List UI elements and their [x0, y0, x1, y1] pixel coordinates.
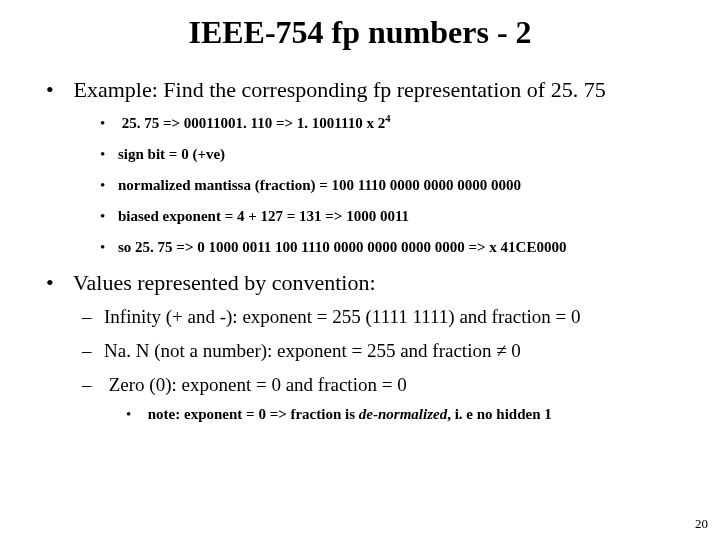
sub-biased-exp-text: biased exponent = 4 + 127 = 131 => 1000 … [118, 208, 409, 224]
dash-zero-text: Zero (0): exponent = 0 and fraction = 0 [109, 374, 407, 395]
bullet-list-lvl3-note: note: exponent = 0 => fraction is de-nor… [82, 406, 680, 423]
dash-nan: Na. N (not a number): exponent = 255 and… [82, 340, 680, 362]
bullet-example-text: Example: Find the corresponding fp repre… [74, 77, 606, 102]
slide-title: IEEE-754 fp numbers - 2 [40, 14, 680, 51]
bullet-example: Example: Find the corresponding fp repre… [46, 77, 680, 256]
note-denorm-a: note: exponent = 0 => fraction is [148, 406, 359, 422]
dash-infinity: Infinity (+ and -): exponent = 255 (1111… [82, 306, 680, 328]
dash-zero: Zero (0): exponent = 0 and fraction = 0 … [82, 374, 680, 423]
slide: IEEE-754 fp numbers - 2 Example: Find th… [0, 0, 720, 540]
note-denorm-c: , i. e no hidden 1 [447, 406, 552, 422]
bullet-list-lvl2-example: 25. 75 => 00011001. 110 => 1. 1001110 x … [46, 113, 680, 256]
sub-conversion: 25. 75 => 00011001. 110 => 1. 1001110 x … [100, 113, 680, 132]
sub-mantissa: normalized mantissa (fraction) = 100 111… [100, 177, 680, 194]
sub-signbit: sign bit = 0 (+ve) [100, 146, 680, 163]
sub-biased-exp: biased exponent = 4 + 127 = 131 => 1000 … [100, 208, 680, 225]
note-denorm-b: de-normalized [359, 406, 447, 422]
dash-infinity-text: Infinity (+ and -): exponent = 255 (1111… [104, 306, 580, 327]
sub-result: so 25. 75 => 0 1000 0011 100 1110 0000 0… [100, 239, 680, 256]
bullet-convention: Values represented by convention: Infini… [46, 270, 680, 423]
page-number: 20 [695, 516, 708, 532]
sub-result-text: so 25. 75 => 0 1000 0011 100 1110 0000 0… [118, 239, 566, 255]
bullet-convention-text: Values represented by convention: [73, 270, 375, 295]
bullet-list-lvl2-convention: Infinity (+ and -): exponent = 255 (1111… [46, 306, 680, 423]
sub-signbit-text: sign bit = 0 (+ve) [118, 146, 225, 162]
sub-mantissa-text: normalized mantissa (fraction) = 100 111… [118, 177, 521, 193]
bullet-list-lvl1: Example: Find the corresponding fp repre… [40, 77, 680, 423]
sub-conversion-text: 25. 75 => 00011001. 110 => 1. 1001110 x … [122, 115, 385, 131]
sub-conversion-exponent: 4 [385, 113, 390, 124]
dash-nan-text: Na. N (not a number): exponent = 255 and… [104, 340, 521, 361]
note-denorm: note: exponent = 0 => fraction is de-nor… [126, 406, 680, 423]
